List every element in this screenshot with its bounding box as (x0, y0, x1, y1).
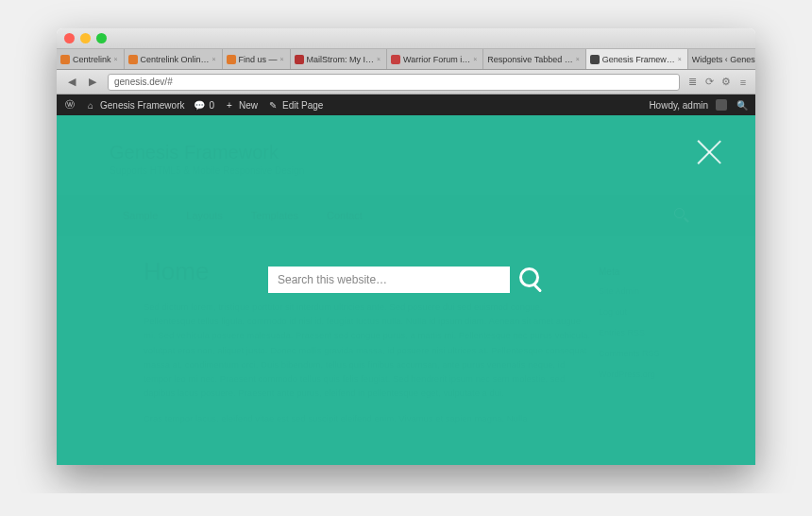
favicon-icon (227, 55, 236, 64)
favicon-icon (295, 55, 304, 64)
favicon-icon (60, 55, 70, 64)
tab-label: Warrior Forum i… (403, 55, 470, 64)
close-overlay-button[interactable] (693, 136, 725, 168)
wp-edit-label: Edit Page (282, 100, 323, 111)
tab-close-icon[interactable]: × (473, 57, 479, 62)
settings-icon[interactable]: ⚙ (719, 76, 733, 89)
menu-icon[interactable]: ≡ (736, 76, 750, 89)
search-submit-icon[interactable] (519, 267, 544, 292)
tab-responsive-tabbed[interactable]: Responsive Tabbed …× (483, 49, 585, 69)
reader-icon[interactable]: ≣ (685, 76, 699, 89)
tab-close-icon[interactable]: × (377, 57, 382, 62)
window-minimize[interactable] (80, 33, 91, 43)
tab-warrior-forum[interactable]: Warrior Forum i…× (387, 49, 483, 69)
forward-button[interactable]: ▶ (83, 75, 102, 90)
pencil-icon: ✎ (267, 99, 279, 111)
tab-bar: Centrelink× Centrelink Onlin…× Find us —… (57, 49, 755, 70)
tab-label: Responsive Tabbed … (487, 55, 572, 64)
wp-howdy-label: Howdy, admin (649, 100, 708, 111)
page-content: Genesis Framework Supports HTML5 & Mobil… (57, 115, 755, 465)
home-icon: ⌂ (85, 99, 96, 111)
tab-close-icon[interactable]: × (280, 57, 286, 62)
tab-close-icon[interactable]: × (678, 57, 684, 62)
wordpress-icon: ⓦ (64, 99, 76, 111)
tab-close-icon[interactable]: × (576, 57, 582, 62)
titlebar (57, 28, 755, 49)
comment-icon: 💬 (194, 99, 205, 111)
search-input[interactable] (268, 267, 510, 293)
tab-centrelink-online[interactable]: Centrelink Onlin…× (125, 49, 223, 69)
search-row (268, 267, 544, 293)
tab-mailstrom[interactable]: MailStrom: My I…× (291, 49, 388, 69)
wp-site-name[interactable]: ⌂Genesis Framework (85, 99, 184, 111)
tab-genesis-framework[interactable]: Genesis Framew…× (586, 49, 688, 69)
window-maximize[interactable] (96, 33, 107, 43)
tab-widgets-genesis[interactable]: Widgets ‹ Genesis Fr…× (688, 49, 755, 69)
tab-centrelink[interactable]: Centrelink× (57, 49, 125, 69)
tab-close-icon[interactable]: × (212, 57, 218, 62)
tab-label: Widgets ‹ Genesis Fr… (692, 55, 755, 64)
tab-label: Centrelink (73, 55, 111, 64)
wp-howdy[interactable]: Howdy, admin (649, 99, 727, 111)
favicon-icon (590, 55, 600, 64)
wp-comments-count: 0 (209, 100, 214, 111)
address-bar: ◀ ▶ genesis.dev/# ≣ ⟳ ⚙ ≡ (57, 70, 755, 95)
back-button[interactable]: ◀ (62, 75, 81, 90)
browser-window: Centrelink× Centrelink Onlin…× Find us —… (57, 28, 755, 465)
window-close[interactable] (64, 33, 75, 43)
tab-label: Centrelink Onlin… (141, 55, 210, 64)
url-field[interactable]: genesis.dev/# (108, 74, 680, 91)
search-icon: 🔍 (736, 99, 748, 111)
wp-new[interactable]: +New (224, 99, 258, 111)
reload-icon[interactable]: ⟳ (702, 76, 716, 89)
tab-label: MailStrom: My I… (307, 55, 375, 64)
favicon-icon (128, 55, 138, 64)
tab-label: Genesis Framew… (602, 55, 675, 64)
wp-search[interactable]: 🔍 (736, 99, 748, 111)
wp-new-label: New (239, 100, 258, 111)
favicon-icon (391, 55, 400, 64)
wp-admin-bar: ⓦ ⌂Genesis Framework 💬0 +New ✎Edit Page … (57, 95, 755, 115)
wp-edit-page[interactable]: ✎Edit Page (267, 99, 323, 111)
wp-comments[interactable]: 💬0 (194, 99, 214, 111)
wp-logo[interactable]: ⓦ (64, 99, 76, 111)
avatar-icon (716, 99, 727, 111)
tab-close-icon[interactable]: × (114, 57, 120, 62)
plus-icon: + (224, 99, 235, 111)
wp-site-label: Genesis Framework (100, 100, 184, 111)
tab-find-us[interactable]: Find us —× (223, 49, 291, 69)
tab-label: Find us — (239, 55, 278, 64)
url-text: genesis.dev/# (114, 77, 173, 87)
